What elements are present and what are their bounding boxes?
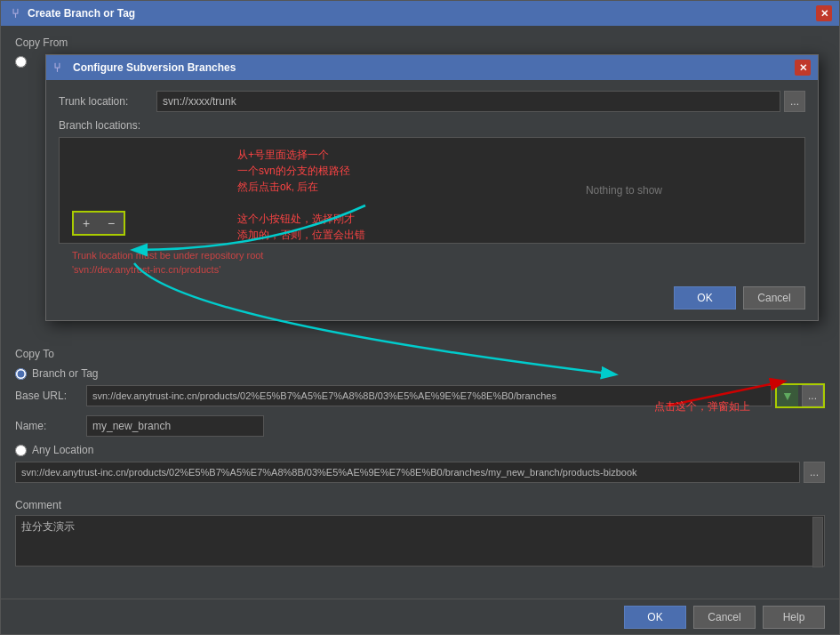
copy-to-section: Copy To Branch or Tag Base URL: ▼ ... Na…: [15, 348, 825, 483]
branch-or-tag-label: Branch or Tag: [32, 367, 99, 380]
full-url-row: ...: [15, 462, 825, 483]
outer-footer: OK Cancel Help: [1, 599, 839, 634]
copy-from-label: Copy From: [15, 36, 825, 49]
outer-help-button[interactable]: Help: [763, 606, 825, 629]
error-text: Trunk location must be under repository …: [72, 249, 263, 277]
outer-dialog-title: Create Branch or Tag: [28, 7, 135, 20]
any-location-row: Any Location: [15, 444, 825, 456]
branch-icon: ⑂: [8, 6, 22, 20]
url-dots-button[interactable]: ...: [802, 385, 823, 406]
inner-ok-button[interactable]: OK: [674, 286, 736, 309]
remove-branch-button[interactable]: −: [99, 213, 124, 234]
full-url-dots-button[interactable]: ...: [804, 462, 825, 483]
nothing-to-show-text: Nothing to show: [586, 184, 662, 197]
copy-to-label: Copy To: [15, 348, 825, 360]
add-branch-button[interactable]: +: [74, 213, 99, 234]
trunk-location-input[interactable]: [156, 91, 780, 112]
outer-dialog: ⑂ Create Branch or Tag ✕ Copy From ⑂ Con…: [0, 0, 840, 635]
any-location-label: Any Location: [32, 444, 93, 456]
inner-body: Trunk location: ... Branch locations: No…: [46, 80, 818, 320]
inner-icon: ⑂: [53, 60, 68, 75]
inner-cancel-button[interactable]: Cancel: [743, 286, 805, 309]
branch-or-tag-radio[interactable]: [15, 368, 27, 380]
inner-dialog: ⑂ Configure Subversion Branches ✕ Trunk …: [45, 54, 819, 321]
base-url-row: Base URL: ▼ ...: [15, 383, 825, 408]
trunk-location-label: Trunk location:: [59, 95, 156, 108]
inner-titlebar: ⑂ Configure Subversion Branches ✕: [46, 55, 818, 80]
name-label: Name:: [15, 420, 86, 432]
inner-button-row: OK Cancel: [59, 286, 805, 309]
name-row: Name:: [15, 415, 825, 437]
branch-list-area: Nothing to show 从+号里面选择一个 一个svn的分支的根路径 然…: [59, 137, 805, 244]
inner-dialog-title: Configure Subversion Branches: [73, 61, 236, 74]
outer-ok-button[interactable]: OK: [624, 606, 686, 629]
annotation-1: 从+号里面选择一个 一个svn的分支的根路径 然后点击ok, 后在 这个小按钮处…: [237, 147, 365, 243]
trunk-location-row: Trunk location: ...: [59, 91, 805, 112]
branch-or-tag-row: Branch or Tag: [15, 367, 825, 380]
base-url-label: Base URL:: [15, 390, 86, 402]
full-url-input[interactable]: [15, 462, 800, 483]
trunk-dots-button[interactable]: ...: [784, 91, 805, 112]
base-url-input[interactable]: [86, 385, 772, 406]
outer-cancel-button[interactable]: Cancel: [693, 606, 756, 629]
comment-textarea[interactable]: 拉分支演示: [15, 515, 825, 567]
comment-scrollbar[interactable]: [812, 517, 823, 567]
any-location-radio[interactable]: [15, 445, 27, 456]
url-arrow-button[interactable]: ▼: [777, 385, 798, 406]
url-arrow-container: ▼ ...: [775, 383, 825, 408]
copy-from-radio[interactable]: [15, 56, 27, 68]
inner-close-button[interactable]: ✕: [795, 60, 811, 76]
comment-label: Comment: [15, 499, 825, 511]
outer-titlebar: ⑂ Create Branch or Tag ✕: [1, 1, 839, 26]
plus-minus-container: + −: [72, 211, 125, 236]
branch-locations-label: Branch locations:: [59, 119, 805, 132]
comment-section: Comment 拉分支演示: [15, 499, 825, 569]
name-input[interactable]: [86, 415, 264, 437]
outer-close-button[interactable]: ✕: [816, 5, 832, 21]
